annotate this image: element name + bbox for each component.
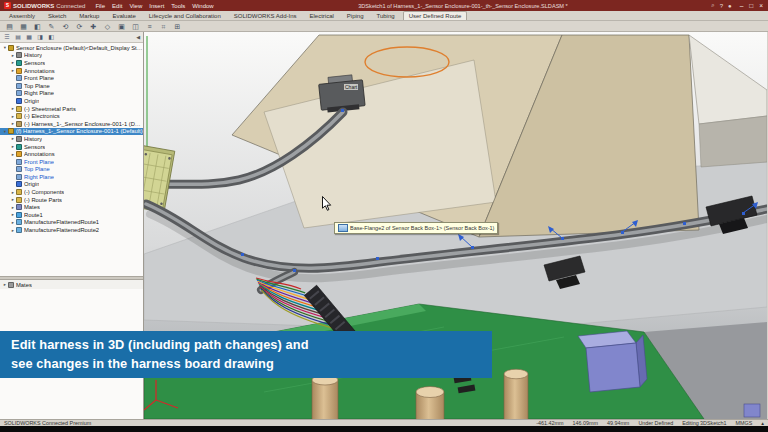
tree-item-manufactureflattenedroute2[interactable]: ▸ManufactureFlattenedRoute2 [0, 226, 143, 234]
tree-item-origin[interactable]: Origin [0, 181, 143, 189]
tree-item-label: Sensors [24, 144, 45, 150]
tree-item-origin[interactable]: Origin [0, 97, 143, 105]
tree-item-sensors[interactable]: ▸Sensors [0, 59, 143, 67]
status-coordinate-x: -461.42mm [536, 420, 563, 426]
tree-item-front-plane[interactable]: Front Plane [0, 74, 143, 82]
status-bar: SOLIDWORKS Connected Premium -461.42mm14… [0, 419, 768, 426]
measure-icon[interactable]: ⌗ [159, 22, 168, 31]
dimxpert-manager-tab-icon[interactable]: ◨ [36, 33, 44, 41]
display-manager-tab-icon[interactable]: ◧ [47, 33, 55, 41]
section-view-icon[interactable]: ⊞ [173, 22, 182, 31]
tree-item-label: Origin [24, 181, 39, 187]
tree-item-sensor-enclosure-default-default-display-s[interactable]: ▾Sensor Enclosure (Default)<Default_Disp… [0, 44, 143, 52]
undo-icon[interactable]: ⟲ [61, 22, 70, 31]
tab-lifecycle-and-collaboration[interactable]: Lifecycle and Collaboration [144, 12, 226, 20]
plane-icon [16, 90, 22, 96]
menu-tools[interactable]: Tools [170, 3, 186, 9]
mouse-cursor [322, 196, 333, 212]
close-button[interactable]: × [759, 2, 763, 9]
add-route-icon[interactable]: ✚ [89, 22, 98, 31]
menu-insert[interactable]: Insert [148, 3, 165, 9]
tree-item-mates-section[interactable]: ▸ Mates [0, 280, 143, 289]
tab-tubing[interactable]: Tubing [372, 12, 400, 20]
annotations-icon [16, 68, 22, 74]
tree-item-label: Top Plane [24, 83, 50, 89]
title-bar: S SOLIDWORKS Connected FileEditViewInser… [0, 0, 768, 11]
tree-item-label: ManufactureFlattenedRoute2 [24, 227, 99, 233]
tree-item-route-parts[interactable]: ▸(-) Route Parts [0, 196, 143, 204]
tree-item-history[interactable]: ▸History [0, 135, 143, 143]
plane-icon [16, 166, 22, 172]
tab-assembly[interactable]: Assembly [4, 12, 40, 20]
menu-window[interactable]: Window [191, 3, 214, 9]
tab-sketch[interactable]: Sketch [43, 12, 71, 20]
command-toolbar: ▤▦◧✎⟲⟳✚◇▣◫≡⌗⊞ [0, 21, 768, 32]
status-units: MMGS [736, 420, 753, 426]
window-controls: – □ × [740, 2, 763, 9]
plane-icon [16, 83, 22, 89]
tree-item-electronics[interactable]: ▸(-) Electronics [0, 112, 143, 120]
menu-edit[interactable]: Edit [111, 3, 123, 9]
help-icon[interactable]: ? [720, 3, 723, 9]
save-icon[interactable]: ◧ [33, 22, 42, 31]
route-flat-icon [16, 219, 22, 225]
tree-item-annotations[interactable]: ▸Annotations [0, 67, 143, 75]
tree-item-annotations[interactable]: ▸Annotations [0, 150, 143, 158]
folder-icon [16, 197, 22, 203]
tree-item-manufactureflattenedroute1[interactable]: ▸ManufactureFlattenedRoute1 [0, 219, 143, 227]
tooltip-text: Base-Flange2 of Sensor Back Box-1> (Sens… [350, 225, 494, 231]
tree-item-label: Mates [24, 204, 40, 210]
route-properties-icon[interactable]: ≡ [145, 22, 154, 31]
user-icon[interactable]: ● [728, 3, 732, 9]
sensors-icon [16, 144, 22, 150]
tree-item-sensors[interactable]: ▸Sensors [0, 143, 143, 151]
annotations-icon [16, 151, 22, 157]
tab-electrical[interactable]: Electrical [304, 12, 338, 20]
tab-solidworks-add-ins[interactable]: SOLIDWORKS Add-Ins [229, 12, 302, 20]
status-coordinate-z: 49.94mm [607, 420, 629, 426]
tree-item-right-plane[interactable]: Right Plane [0, 90, 143, 98]
menu-file[interactable]: File [94, 3, 106, 9]
plane-icon [16, 75, 22, 81]
open-icon[interactable]: ▦ [19, 22, 28, 31]
tab-piping[interactable]: Piping [342, 12, 369, 20]
property-manager-tab-icon[interactable]: ▤ [14, 33, 22, 41]
tree-item-sheetmetal-parts[interactable]: ▸(-) Sheetmetal Parts [0, 105, 143, 113]
maximize-button[interactable]: □ [749, 2, 753, 9]
tree-item-route1[interactable]: ▸Route1 [0, 211, 143, 219]
tree-item-label: ManufactureFlattenedRoute1 [24, 219, 99, 225]
tab-user-defined-route[interactable]: User Defined Route [403, 11, 468, 20]
tree-item-right-plane[interactable]: Right Plane [0, 173, 143, 181]
collapse-panel-icon[interactable]: ◀ [136, 34, 140, 40]
tree-item-label: Front Plane [24, 75, 54, 81]
tree-item-components[interactable]: ▸(-) Components [0, 188, 143, 196]
tree-item-top-plane[interactable]: Top Plane [0, 82, 143, 90]
tree-item-front-plane[interactable]: Front Plane [0, 158, 143, 166]
sketch-icon[interactable]: ✎ [47, 22, 56, 31]
menu-view[interactable]: View [128, 3, 143, 9]
feature-tree: ▾Sensor Enclosure (Default)<Default_Disp… [0, 43, 143, 234]
auto-route-icon[interactable]: ▣ [117, 22, 126, 31]
tree-item-harness-1-sensor-enclosure-001-1-default[interactable]: ▸(-) Harness_1-_Sensor Enclosure-001-1 (… [0, 120, 143, 128]
minimize-button[interactable]: – [740, 2, 744, 9]
tree-item-top-plane[interactable]: Top Plane [0, 166, 143, 174]
flatten-route-icon[interactable]: ◫ [131, 22, 140, 31]
tree-item-history[interactable]: ▸History [0, 52, 143, 60]
feature-manager-tab-icon[interactable]: ☰ [3, 33, 11, 41]
banner-line2: see changes in the harness board drawing [11, 355, 481, 374]
configuration-manager-tab-icon[interactable]: ▦ [25, 33, 33, 41]
titlebar-icons: ⌕?● [711, 2, 731, 9]
tree-item-label: Right Plane [24, 174, 54, 180]
assembly-icon [8, 128, 14, 134]
tab-markup[interactable]: Markup [74, 12, 104, 20]
tab-evaluate[interactable]: Evaluate [107, 12, 140, 20]
logo-name: SOLIDWORKS [13, 3, 54, 9]
tree-item-mates[interactable]: ▸Mates [0, 203, 143, 211]
status-coordinate-y: 146.09mm [572, 420, 597, 426]
tree-item-f-harness-1-sensor-enclosure-001-1-default[interactable]: ▾(f) Harness_1-_Sensor Enclosure-001-1 (… [0, 128, 143, 136]
new-document-icon[interactable]: ▤ [5, 22, 14, 31]
tree-item-label: (-) Electronics [24, 113, 60, 119]
redo-icon[interactable]: ⟳ [75, 22, 84, 31]
edit-route-icon[interactable]: ◇ [103, 22, 112, 31]
search-icon[interactable]: ⌕ [711, 2, 714, 9]
